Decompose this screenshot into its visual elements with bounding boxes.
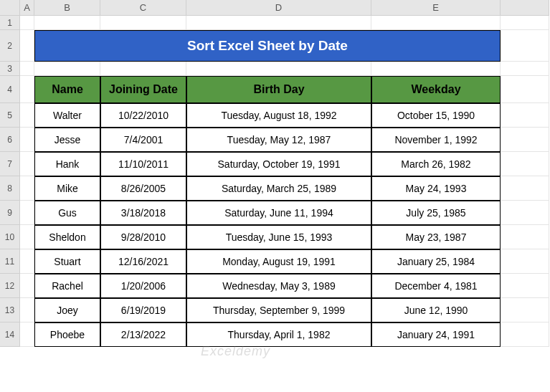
cell-F7[interactable]	[501, 152, 549, 176]
cell-A13[interactable]	[20, 298, 34, 322]
cell-birth[interactable]: Thursday, September 9, 1999	[186, 298, 371, 322]
cell-weekday[interactable]: October 15, 1990	[371, 103, 501, 128]
cell-F6[interactable]	[501, 128, 549, 152]
row-header-3[interactable]: 3	[0, 62, 20, 76]
col-header-A[interactable]: A	[20, 0, 34, 16]
cell-birth[interactable]: Wednesday, May 3, 1989	[186, 274, 371, 298]
col-header-C[interactable]: C	[100, 0, 186, 16]
cell-name[interactable]: Hank	[34, 152, 100, 176]
cell-name[interactable]: Stuart	[34, 249, 100, 274]
cell-name[interactable]: Joey	[34, 298, 100, 322]
cell-F14[interactable]	[501, 322, 549, 347]
cell-weekday[interactable]: November 1, 1992	[371, 128, 501, 152]
cell-C3[interactable]	[100, 62, 186, 76]
table-header-weekday[interactable]: Weekday	[371, 76, 501, 103]
cell-weekday[interactable]: March 26, 1982	[371, 152, 501, 176]
cell-F13[interactable]	[501, 298, 549, 322]
cell-birth[interactable]: Tuesday, June 15, 1993	[186, 225, 371, 249]
cell-F10[interactable]	[501, 225, 549, 249]
cell-F2[interactable]	[501, 30, 549, 62]
cell-birth[interactable]: Saturday, October 19, 1991	[186, 152, 371, 176]
row-header-1[interactable]: 1	[0, 16, 20, 30]
cell-A9[interactable]	[20, 201, 34, 225]
cell-C1[interactable]	[100, 16, 186, 30]
cell-joining[interactable]: 8/26/2005	[100, 176, 186, 201]
cell-B1[interactable]	[34, 16, 100, 30]
cell-A1[interactable]	[20, 16, 34, 30]
col-header-E[interactable]: E	[371, 0, 501, 16]
cell-name[interactable]: Sheldon	[34, 225, 100, 249]
cell-weekday[interactable]: May 24, 1993	[371, 176, 501, 201]
cell-joining[interactable]: 11/10/2011	[100, 152, 186, 176]
row-header-8[interactable]: 8	[0, 176, 20, 201]
cell-birth[interactable]: Thursday, April 1, 1982	[186, 322, 371, 347]
cell-E3[interactable]	[371, 62, 501, 76]
cell-birth[interactable]: Tuesday, August 18, 1992	[186, 103, 371, 128]
cell-A7[interactable]	[20, 152, 34, 176]
cell-D3[interactable]	[186, 62, 371, 76]
row-header-7[interactable]: 7	[0, 152, 20, 176]
cell-A3[interactable]	[20, 62, 34, 76]
row-header-10[interactable]: 10	[0, 225, 20, 249]
cell-F8[interactable]	[501, 176, 549, 201]
cell-A12[interactable]	[20, 274, 34, 298]
cell-F3[interactable]	[501, 62, 549, 76]
cell-joining[interactable]: 9/28/2010	[100, 225, 186, 249]
cell-name[interactable]: Jesse	[34, 128, 100, 152]
cell-A2[interactable]	[20, 30, 34, 62]
cell-E1[interactable]	[371, 16, 501, 30]
cell-weekday[interactable]: January 25, 1984	[371, 249, 501, 274]
cell-weekday[interactable]: June 12, 1990	[371, 298, 501, 322]
cell-birth[interactable]: Saturday, June 11, 1994	[186, 201, 371, 225]
cell-birth[interactable]: Saturday, March 25, 1989	[186, 176, 371, 201]
row-header-2[interactable]: 2	[0, 30, 20, 62]
cell-weekday[interactable]: July 25, 1985	[371, 201, 501, 225]
row-header-13[interactable]: 13	[0, 298, 20, 322]
col-header-D[interactable]: D	[186, 0, 371, 16]
cell-A14[interactable]	[20, 322, 34, 347]
cell-name[interactable]: Phoebe	[34, 322, 100, 347]
cell-birth[interactable]: Monday, August 19, 1991	[186, 249, 371, 274]
row-header-14[interactable]: 14	[0, 322, 20, 347]
cell-name[interactable]: Walter	[34, 103, 100, 128]
row-header-6[interactable]: 6	[0, 128, 20, 152]
cell-D1[interactable]	[186, 16, 371, 30]
table-header-birth[interactable]: Birth Day	[186, 76, 371, 103]
cell-joining[interactable]: 6/19/2019	[100, 298, 186, 322]
select-all-corner[interactable]	[0, 0, 20, 16]
cell-joining[interactable]: 3/18/2018	[100, 201, 186, 225]
row-header-5[interactable]: 5	[0, 103, 20, 128]
row-header-11[interactable]: 11	[0, 249, 20, 274]
cell-joining[interactable]: 7/4/2001	[100, 128, 186, 152]
cell-B3[interactable]	[34, 62, 100, 76]
cell-joining[interactable]: 1/20/2006	[100, 274, 186, 298]
cell-name[interactable]: Gus	[34, 201, 100, 225]
cell-A8[interactable]	[20, 176, 34, 201]
cell-A11[interactable]	[20, 249, 34, 274]
cell-birth[interactable]: Tuesday, May 12, 1987	[186, 128, 371, 152]
cell-joining[interactable]: 10/22/2010	[100, 103, 186, 128]
row-header-9[interactable]: 9	[0, 201, 20, 225]
cell-A10[interactable]	[20, 225, 34, 249]
table-header-name[interactable]: Name	[34, 76, 100, 103]
cell-F5[interactable]	[501, 103, 549, 128]
cell-A6[interactable]	[20, 128, 34, 152]
row-header-4[interactable]: 4	[0, 76, 20, 103]
title-banner[interactable]: Sort Excel Sheet by Date	[34, 30, 501, 62]
table-header-joining[interactable]: Joining Date	[100, 76, 186, 103]
cell-name[interactable]: Rachel	[34, 274, 100, 298]
cell-joining[interactable]: 12/16/2021	[100, 249, 186, 274]
cell-weekday[interactable]: December 4, 1981	[371, 274, 501, 298]
cell-F9[interactable]	[501, 201, 549, 225]
cell-F1[interactable]	[501, 16, 549, 30]
cell-A5[interactable]	[20, 103, 34, 128]
cell-name[interactable]: Mike	[34, 176, 100, 201]
cell-weekday[interactable]: January 24, 1991	[371, 322, 501, 347]
cell-F4[interactable]	[501, 76, 549, 103]
cell-joining[interactable]: 2/13/2022	[100, 322, 186, 347]
cell-A4[interactable]	[20, 76, 34, 103]
row-header-12[interactable]: 12	[0, 274, 20, 298]
col-header-B[interactable]: B	[34, 0, 100, 16]
cell-F11[interactable]	[501, 249, 549, 274]
cell-F12[interactable]	[501, 274, 549, 298]
